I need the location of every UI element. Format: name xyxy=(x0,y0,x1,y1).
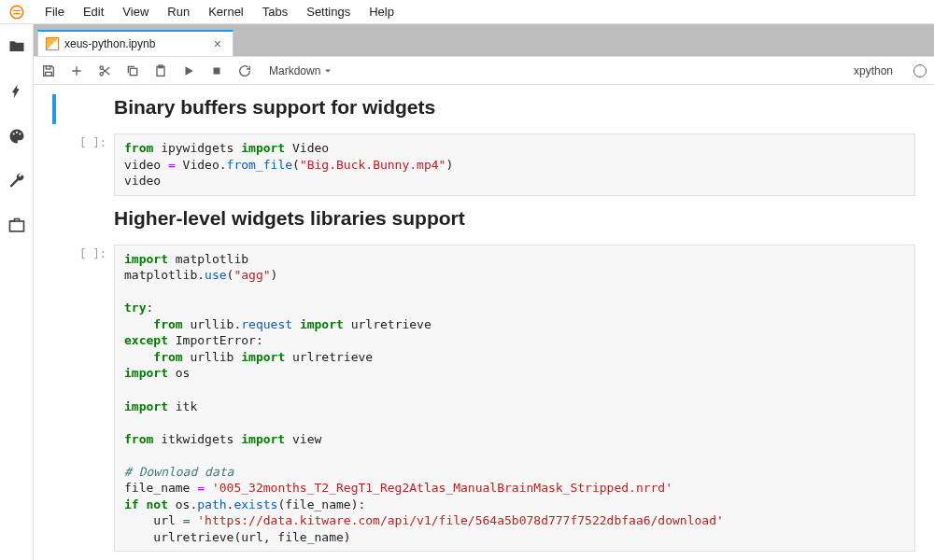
code-input[interactable]: import matplotlib matplotlib.use("agg") … xyxy=(114,245,915,553)
cell-type-select[interactable]: Markdown xyxy=(269,64,333,77)
svg-point-2 xyxy=(15,132,17,133)
svg-rect-5 xyxy=(46,65,50,68)
menu-edit[interactable]: Edit xyxy=(74,1,113,22)
notebook-area[interactable]: Binary buffers support for widgets [ ]: … xyxy=(34,85,934,560)
cut-icon[interactable] xyxy=(97,63,112,78)
wrench-icon[interactable] xyxy=(7,172,26,190)
svg-point-1 xyxy=(12,133,14,134)
cell-prompt: [ ]: xyxy=(79,245,106,553)
activity-bar xyxy=(0,24,34,560)
svg-point-7 xyxy=(100,72,103,75)
code-cell[interactable]: [ ]: from ipywidgets import Video video … xyxy=(52,133,915,196)
menu-run[interactable]: Run xyxy=(158,1,199,22)
cell-type-label: Markdown xyxy=(269,64,320,77)
kernel-name[interactable]: xpython xyxy=(854,64,893,77)
svg-rect-6 xyxy=(46,72,52,76)
cell-selection-bar xyxy=(52,94,56,124)
code-cell[interactable]: [ ]: import matplotlib matplotlib.use("a… xyxy=(52,245,915,553)
paste-icon[interactable] xyxy=(153,63,168,78)
restart-icon[interactable] xyxy=(237,63,252,78)
cell-prompt: [ ]: xyxy=(79,133,106,196)
menu-view[interactable]: View xyxy=(113,1,158,22)
running-icon[interactable] xyxy=(7,82,26,101)
tabs-icon[interactable] xyxy=(7,217,26,235)
kernel-status-icon[interactable] xyxy=(913,64,927,77)
svg-rect-9 xyxy=(130,68,136,75)
palette-icon[interactable] xyxy=(7,127,26,146)
menu-kernel[interactable]: Kernel xyxy=(199,1,253,22)
markdown-cell[interactable]: Higher-level widgets libraries support xyxy=(52,205,915,235)
notebook-toolbar: Markdown xpython xyxy=(34,57,934,85)
svg-point-8 xyxy=(100,66,103,69)
run-icon[interactable] xyxy=(181,63,196,78)
heading: Higher-level widgets libraries support xyxy=(114,207,465,230)
menu-help[interactable]: Help xyxy=(360,1,403,22)
svg-point-0 xyxy=(10,6,23,19)
notebook-icon xyxy=(46,37,59,50)
heading: Binary buffers support for widgets xyxy=(114,96,435,119)
menu-file[interactable]: File xyxy=(35,1,74,22)
markdown-cell[interactable]: Binary buffers support for widgets xyxy=(52,94,915,124)
menubar: File Edit View Run Kernel Tabs Settings … xyxy=(0,0,934,24)
menu-settings[interactable]: Settings xyxy=(297,1,360,22)
copy-icon[interactable] xyxy=(125,63,140,78)
svg-point-3 xyxy=(19,133,21,134)
svg-rect-12 xyxy=(214,67,220,74)
jupyter-logo xyxy=(7,3,26,21)
tab-bar: xeus-python.ipynb × xyxy=(34,30,934,56)
code-input[interactable]: from ipywidgets import Video video = Vid… xyxy=(114,133,915,196)
folder-icon[interactable] xyxy=(7,37,26,56)
save-icon[interactable] xyxy=(41,63,56,78)
close-icon[interactable]: × xyxy=(210,36,225,51)
add-icon[interactable] xyxy=(69,63,84,78)
chevron-down-icon xyxy=(322,65,333,77)
menu-tabs[interactable]: Tabs xyxy=(253,1,297,22)
svg-rect-4 xyxy=(9,221,23,231)
stop-icon[interactable] xyxy=(209,63,224,78)
tab-notebook[interactable]: xeus-python.ipynb × xyxy=(37,30,234,56)
tab-title: xeus-python.ipynb xyxy=(64,37,155,50)
